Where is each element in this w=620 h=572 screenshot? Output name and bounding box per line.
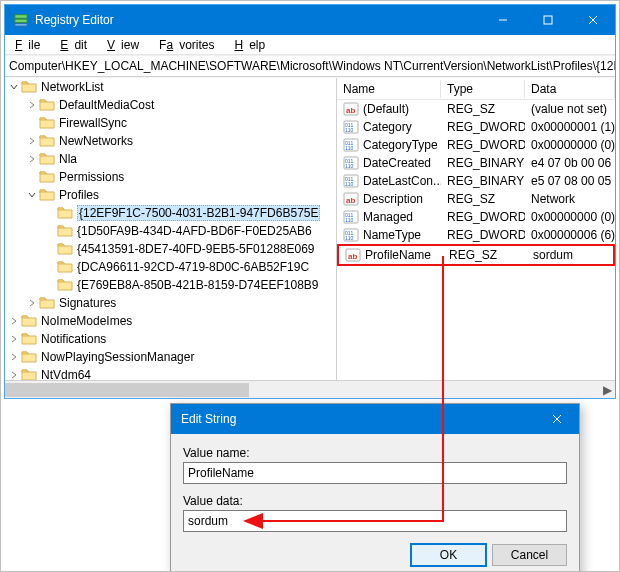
chevron-right-icon[interactable] [7,334,21,344]
address-bar[interactable]: Computer\HKEY_LOCAL_MACHINE\SOFTWARE\Mic… [5,55,615,77]
registry-value-row[interactable]: 011110ManagedREG_DWORD0x00000000 (0) [337,208,615,226]
value-data: sordum [527,248,613,262]
col-data[interactable]: Data [525,80,615,98]
list-pane[interactable]: Name Type Data ab(Default)REG_SZ(value n… [337,78,615,380]
menu-edit[interactable]: Edit [54,37,99,53]
maximize-button[interactable] [525,5,570,35]
menu-help[interactable]: Help [228,37,277,53]
svg-text:110: 110 [345,145,354,151]
tree-node[interactable]: {12EF9F1C-7500-4031-B2B1-947FD6B575E [43,204,336,222]
chevron-right-icon[interactable] [7,370,21,380]
tree-pane[interactable]: NetworkListDefaultMediaCostFirewallSyncN… [5,78,337,380]
tree-node[interactable]: {E769EB8A-850B-421B-8159-D74EEF108B9 [43,276,336,294]
folder-icon [57,241,77,258]
tree-node[interactable]: {45413591-8DE7-40FD-9EB5-5F01288E069 [43,240,336,258]
dialog-title: Edit String [181,412,236,426]
tree-node[interactable]: Permissions [25,168,336,186]
tree-label: {1D50FA9B-434D-4AFD-BD6F-F0ED25AB6 [77,224,312,238]
svg-rect-0 [15,15,27,19]
value-type: REG_BINARY [441,174,525,188]
list-header: Name Type Data [337,78,615,100]
value-name-input[interactable] [183,462,567,484]
tree-node[interactable]: Signatures [25,294,336,312]
tree-node[interactable]: NtVdm64 [7,366,336,380]
titlebar[interactable]: Registry Editor [5,5,615,35]
h-scrollbar[interactable]: ◀ ▶ [5,380,615,398]
registry-value-row[interactable]: abDescriptionREG_SZNetwork [337,190,615,208]
chevron-down-icon[interactable] [7,82,21,92]
chevron-right-icon[interactable] [25,100,39,110]
scroll-thumb[interactable] [5,383,249,397]
folder-icon [39,169,59,186]
tree-node[interactable]: Nla [25,150,336,168]
menu-file[interactable]: File [9,37,52,53]
tree-label: NoImeModeImes [41,314,132,328]
svg-text:110: 110 [345,235,354,241]
tree-node[interactable]: NowPlayingSessionManager [7,348,336,366]
value-data-input[interactable] [183,510,567,532]
chevron-right-icon[interactable] [7,316,21,326]
value-name: Managed [363,210,413,224]
registry-value-row[interactable]: ab(Default)REG_SZ(value not set) [337,100,615,118]
value-data: (value not set) [525,102,615,116]
tree-node[interactable]: NetworkList [7,78,336,96]
registry-value-row[interactable]: 011110CategoryREG_DWORD0x00000001 (1) [337,118,615,136]
svg-rect-1 [15,19,27,23]
scroll-right-icon[interactable]: ▶ [599,381,615,399]
close-button[interactable] [570,5,615,35]
tree-node[interactable]: {DCA96611-92CD-4719-8D0C-6AB52F19C [43,258,336,276]
col-name[interactable]: Name [337,80,441,98]
tree-label: DefaultMediaCost [59,98,154,112]
binary-value-icon: 011110 [343,137,359,153]
registry-value-row[interactable]: 011110CategoryTypeREG_DWORD0x00000000 (0… [337,136,615,154]
registry-editor-window: Registry Editor File Edit View Favorites… [4,4,616,399]
cancel-button[interactable]: Cancel [492,544,567,566]
tree-label: Notifications [41,332,106,346]
value-name: DateLastCon... [363,174,441,188]
tree-node[interactable]: Profiles [25,186,336,204]
binary-value-icon: 011110 [343,173,359,189]
dialog-close-button[interactable] [534,404,579,434]
tree-node[interactable]: {1D50FA9B-434D-4AFD-BD6F-F0ED25AB6 [43,222,336,240]
tree-label: {45413591-8DE7-40FD-9EB5-5F01288E069 [77,242,315,256]
svg-text:110: 110 [345,217,354,223]
value-type: REG_SZ [441,102,525,116]
address-text: Computer\HKEY_LOCAL_MACHINE\SOFTWARE\Mic… [9,59,615,73]
tree-node[interactable]: Notifications [7,330,336,348]
tree-label: Permissions [59,170,124,184]
svg-text:110: 110 [345,181,354,187]
col-type[interactable]: Type [441,80,525,98]
ok-button[interactable]: OK [411,544,486,566]
value-name: Category [363,120,412,134]
dialog-titlebar[interactable]: Edit String [171,404,579,434]
chevron-right-icon[interactable] [7,352,21,362]
chevron-right-icon[interactable] [25,136,39,146]
registry-value-row[interactable]: 011110NameTypeREG_DWORD0x00000006 (6) [337,226,615,244]
tree-label: {DCA96611-92CD-4719-8D0C-6AB52F19C [77,260,309,274]
registry-value-row[interactable]: abProfileNameREG_SZsordum [337,244,615,266]
chevron-right-icon[interactable] [25,154,39,164]
value-type: REG_DWORD [441,138,525,152]
svg-rect-2 [15,24,27,27]
binary-value-icon: 011110 [343,227,359,243]
tree-node[interactable]: DefaultMediaCost [25,96,336,114]
tree-node[interactable]: NoImeModeImes [7,312,336,330]
value-type: REG_SZ [443,248,527,262]
registry-value-row[interactable]: 011110DateLastCon...REG_BINARYe5 07 08 0… [337,172,615,190]
menu-favorites[interactable]: Favorites [153,37,226,53]
tree-label: NetworkList [41,80,104,94]
svg-text:ab: ab [346,106,355,115]
folder-icon [57,259,77,276]
registry-value-row[interactable]: 011110DateCreatedREG_BINARYe4 07 0b 00 0… [337,154,615,172]
value-name: (Default) [363,102,409,116]
minimize-button[interactable] [480,5,525,35]
menu-view[interactable]: View [101,37,151,53]
folder-icon [39,133,59,150]
value-name-label: Value name: [183,446,567,460]
tree-node[interactable]: FirewallSync [25,114,336,132]
folder-icon [39,295,59,312]
tree-node[interactable]: NewNetworks [25,132,336,150]
tree-label: Signatures [59,296,116,310]
chevron-down-icon[interactable] [25,190,39,200]
chevron-right-icon[interactable] [25,298,39,308]
